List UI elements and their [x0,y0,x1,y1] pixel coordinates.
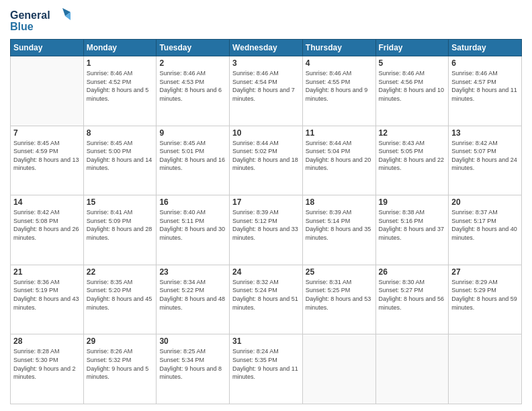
col-monday: Monday [83,40,157,56]
calendar-cell: 16 Sunrise: 8:40 AMSunset: 5:11 PMDaylig… [157,195,230,265]
calendar-cell: 3 Sunrise: 8:46 AMSunset: 4:54 PMDayligh… [230,56,303,126]
col-saturday: Saturday [449,40,522,56]
calendar-week-3: 14 Sunrise: 8:42 AMSunset: 5:08 PMDaylig… [11,195,522,265]
day-number: 17 [232,197,300,207]
calendar-cell: 25 Sunrise: 8:31 AMSunset: 5:25 PMDaylig… [302,265,375,334]
calendar-cell: 22 Sunrise: 8:35 AMSunset: 5:20 PMDaylig… [83,265,157,334]
logo-svg: General Blue [10,7,71,34]
day-info: Sunrise: 8:40 AMSunset: 5:11 PMDaylight:… [159,208,226,242]
day-info: Sunrise: 8:46 AMSunset: 4:56 PMDaylight:… [379,69,446,103]
calendar-cell: 18 Sunrise: 8:39 AMSunset: 5:14 PMDaylig… [302,195,375,265]
day-info: Sunrise: 8:34 AMSunset: 5:22 PMDaylight:… [159,278,226,312]
day-number: 6 [451,58,519,68]
day-info: Sunrise: 8:46 AMSunset: 4:53 PMDaylight:… [159,69,226,103]
day-number: 13 [451,128,519,138]
day-number: 18 [306,197,373,207]
day-info: Sunrise: 8:30 AMSunset: 5:27 PMDaylight:… [379,278,446,312]
calendar-cell: 29 Sunrise: 8:26 AMSunset: 5:32 PMDaylig… [83,334,157,404]
calendar-cell: 20 Sunrise: 8:37 AMSunset: 5:17 PMDaylig… [449,195,522,265]
calendar-week-4: 21 Sunrise: 8:36 AMSunset: 5:19 PMDaylig… [11,265,522,334]
calendar-cell: 6 Sunrise: 8:46 AMSunset: 4:57 PMDayligh… [449,56,522,126]
calendar-cell: 21 Sunrise: 8:36 AMSunset: 5:19 PMDaylig… [11,265,84,334]
day-number: 20 [451,197,519,207]
calendar-cell: 11 Sunrise: 8:44 AMSunset: 5:04 PMDaylig… [302,126,375,195]
day-info: Sunrise: 8:43 AMSunset: 5:05 PMDaylight:… [379,139,446,173]
calendar-cell: 15 Sunrise: 8:41 AMSunset: 5:09 PMDaylig… [83,195,157,265]
calendar-cell [11,56,84,126]
day-info: Sunrise: 8:41 AMSunset: 5:09 PMDaylight:… [87,208,154,242]
calendar-cell: 1 Sunrise: 8:46 AMSunset: 4:52 PMDayligh… [83,56,157,126]
day-info: Sunrise: 8:42 AMSunset: 5:07 PMDaylight:… [451,139,519,173]
day-info: Sunrise: 8:36 AMSunset: 5:19 PMDaylight:… [13,278,81,312]
day-number: 26 [379,267,446,277]
day-info: Sunrise: 8:32 AMSunset: 5:24 PMDaylight:… [232,278,300,312]
svg-text:Blue: Blue [10,21,34,32]
calendar-cell: 12 Sunrise: 8:43 AMSunset: 5:05 PMDaylig… [375,126,449,195]
day-number: 11 [306,128,373,138]
col-tuesday: Tuesday [157,40,230,56]
calendar-cell: 14 Sunrise: 8:42 AMSunset: 5:08 PMDaylig… [11,195,84,265]
calendar-cell: 26 Sunrise: 8:30 AMSunset: 5:27 PMDaylig… [375,265,449,334]
calendar-week-5: 28 Sunrise: 8:28 AMSunset: 5:30 PMDaylig… [11,334,522,404]
day-number: 12 [379,128,446,138]
calendar-cell: 19 Sunrise: 8:38 AMSunset: 5:16 PMDaylig… [375,195,449,265]
day-number: 7 [13,128,81,138]
day-info: Sunrise: 8:35 AMSunset: 5:20 PMDaylight:… [87,278,154,312]
day-info: Sunrise: 8:39 AMSunset: 5:14 PMDaylight:… [306,208,373,242]
day-number: 8 [87,128,154,138]
day-number: 5 [379,58,446,68]
day-info: Sunrise: 8:26 AMSunset: 5:32 PMDaylight:… [87,347,154,381]
day-info: Sunrise: 8:46 AMSunset: 4:54 PMDaylight:… [232,69,300,103]
day-info: Sunrise: 8:28 AMSunset: 5:30 PMDaylight:… [13,347,81,381]
calendar-cell: 9 Sunrise: 8:45 AMSunset: 5:01 PMDayligh… [157,126,230,195]
day-number: 15 [87,197,154,207]
calendar-cell: 17 Sunrise: 8:39 AMSunset: 5:12 PMDaylig… [230,195,303,265]
day-number: 25 [306,267,373,277]
day-number: 21 [13,267,81,277]
day-number: 10 [232,128,300,138]
day-info: Sunrise: 8:45 AMSunset: 4:59 PMDaylight:… [13,139,81,173]
day-number: 28 [13,336,81,346]
day-info: Sunrise: 8:31 AMSunset: 5:25 PMDaylight:… [306,278,373,312]
day-info: Sunrise: 8:42 AMSunset: 5:08 PMDaylight:… [13,208,81,242]
day-info: Sunrise: 8:39 AMSunset: 5:12 PMDaylight:… [232,208,300,242]
calendar-cell: 2 Sunrise: 8:46 AMSunset: 4:53 PMDayligh… [157,56,230,126]
col-sunday: Sunday [11,40,84,56]
calendar-cell: 13 Sunrise: 8:42 AMSunset: 5:07 PMDaylig… [449,126,522,195]
day-info: Sunrise: 8:38 AMSunset: 5:16 PMDaylight:… [379,208,446,242]
calendar-header-row: Sunday Monday Tuesday Wednesday Thursday… [11,40,522,56]
day-number: 4 [306,58,373,68]
day-number: 30 [159,336,226,346]
day-number: 24 [232,267,300,277]
calendar-cell: 27 Sunrise: 8:29 AMSunset: 5:29 PMDaylig… [449,265,522,334]
day-number: 3 [232,58,300,68]
calendar-cell: 23 Sunrise: 8:34 AMSunset: 5:22 PMDaylig… [157,265,230,334]
day-info: Sunrise: 8:46 AMSunset: 4:57 PMDaylight:… [451,69,519,103]
calendar-cell [302,334,375,404]
day-number: 16 [159,197,226,207]
page: General Blue Sunday Monday Tuesday Wedne… [0,0,532,411]
day-info: Sunrise: 8:44 AMSunset: 5:04 PMDaylight:… [306,139,373,173]
day-number: 9 [159,128,226,138]
calendar-cell: 4 Sunrise: 8:46 AMSunset: 4:55 PMDayligh… [302,56,375,126]
day-number: 27 [451,267,519,277]
day-number: 31 [232,336,300,346]
calendar-cell: 7 Sunrise: 8:45 AMSunset: 4:59 PMDayligh… [11,126,84,195]
calendar-cell: 5 Sunrise: 8:46 AMSunset: 4:56 PMDayligh… [375,56,449,126]
day-number: 29 [87,336,154,346]
day-info: Sunrise: 8:24 AMSunset: 5:35 PMDaylight:… [232,347,300,381]
header: General Blue [10,7,522,34]
svg-text:General: General [10,9,50,21]
calendar-cell: 8 Sunrise: 8:45 AMSunset: 5:00 PMDayligh… [83,126,157,195]
calendar-cell [375,334,449,404]
day-number: 14 [13,197,81,207]
calendar-cell [449,334,522,404]
day-info: Sunrise: 8:25 AMSunset: 5:34 PMDaylight:… [159,347,226,381]
col-friday: Friday [375,40,449,56]
calendar-cell: 24 Sunrise: 8:32 AMSunset: 5:24 PMDaylig… [230,265,303,334]
day-number: 1 [87,58,154,68]
calendar-cell: 31 Sunrise: 8:24 AMSunset: 5:35 PMDaylig… [230,334,303,404]
calendar-cell: 30 Sunrise: 8:25 AMSunset: 5:34 PMDaylig… [157,334,230,404]
day-info: Sunrise: 8:45 AMSunset: 5:01 PMDaylight:… [159,139,226,173]
day-number: 23 [159,267,226,277]
